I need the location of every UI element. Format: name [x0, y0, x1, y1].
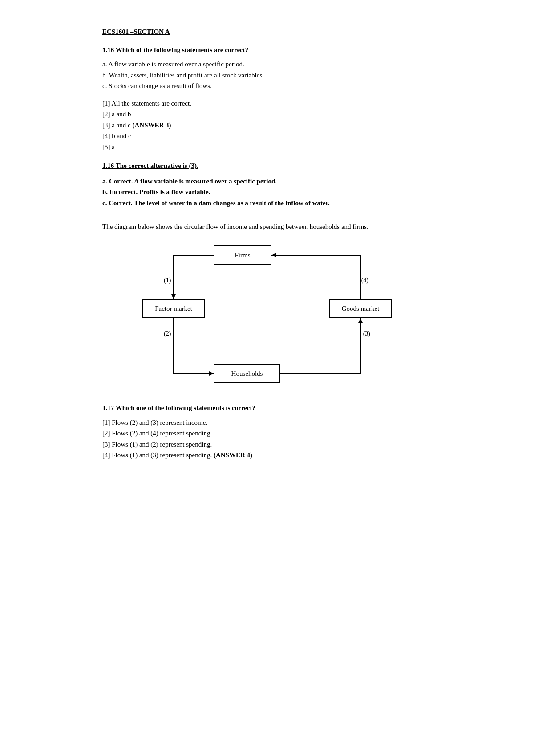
question-117-block: 1.17 Which one of the following statemen…: [102, 403, 432, 460]
statement-a: a. A flow variable is measured over a sp…: [102, 59, 432, 69]
circular-flow-diagram: Firms Factor market Goods market Househo…: [142, 245, 392, 383]
option-5: [5] a: [102, 142, 432, 152]
q117-option-4: [4] Flows (1) and (3) represent spending…: [102, 450, 432, 460]
flow-label-2: (2): [164, 329, 171, 338]
flow-label-1: (1): [164, 276, 171, 285]
answer-116-a: a. Correct. A flow variable is measured …: [102, 176, 432, 187]
question-117-title: 1.17 Which one of the following statemen…: [102, 403, 432, 413]
option-4: [4] b and c: [102, 131, 432, 141]
svg-marker-11: [271, 253, 276, 257]
flow-label-4: (4): [361, 276, 368, 285]
factor-market-box: Factor market: [142, 299, 205, 318]
q117-option-1: [1] Flows (2) and (3) represent income.: [102, 418, 432, 428]
question-116-block: 1.16 Which of the following statements a…: [102, 45, 432, 152]
households-box: Households: [214, 364, 280, 383]
answer-116-c: c. Correct. The level of water in a dam …: [102, 198, 432, 208]
answer-116-b: b. Incorrect. Profits is a flow variable…: [102, 187, 432, 197]
statement-b: b. Wealth, assets, liabilities and profi…: [102, 70, 432, 81]
q117-option-3: [3] Flows (1) and (2) represent spending…: [102, 439, 432, 450]
svg-marker-5: [209, 371, 214, 376]
question-116-title: 1.16 Which of the following statements a…: [102, 45, 432, 55]
diagram-intro: The diagram below shows the circular flo…: [102, 221, 432, 232]
q117-option-2: [2] Flows (2) and (4) represent spending…: [102, 428, 432, 439]
answer-116-lines: a. Correct. A flow variable is measured …: [102, 176, 432, 208]
svg-marker-2: [171, 294, 176, 299]
option-3: [3] a and c (ANSWER 3): [102, 120, 432, 130]
goods-market-box: Goods market: [329, 299, 392, 318]
option-2: [2] a and b: [102, 109, 432, 119]
firms-box: Firms: [214, 245, 271, 265]
svg-marker-8: [358, 318, 363, 323]
section-title: ECS1601 –SECTION A: [102, 27, 432, 37]
answer-116-title: 1.16 The correct alternative is (3).: [102, 161, 432, 171]
option-1: [1] All the statements are correct.: [102, 98, 432, 109]
flow-label-3: (3): [363, 329, 370, 338]
statement-c: c. Stocks can change as a result of flow…: [102, 81, 432, 91]
